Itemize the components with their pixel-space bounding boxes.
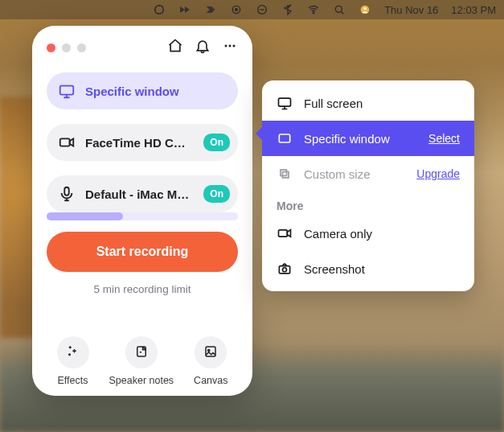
menubar-bluetooth-icon[interactable] [281, 3, 294, 16]
more-icon[interactable] [222, 38, 238, 57]
monitor-icon [277, 95, 293, 111]
option-camera-only-label: Camera only [304, 227, 372, 241]
recorder-panel: Specific window FaceTime HD Ca... On Def… [32, 26, 252, 396]
svg-rect-19 [281, 170, 287, 176]
effects-button[interactable]: Effects [57, 336, 89, 386]
start-recording-label: Start recording [96, 245, 189, 259]
upgrade-link[interactable]: Upgrade [416, 167, 460, 180]
option-specific-window-label: Specific window [304, 132, 390, 146]
window-traffic-lights[interactable] [47, 43, 86, 52]
svg-point-9 [229, 45, 232, 47]
svg-point-8 [225, 45, 227, 47]
canvas-button[interactable]: Canvas [194, 336, 227, 386]
menubar-dnd-icon[interactable] [256, 3, 268, 16]
svg-rect-11 [60, 86, 74, 95]
option-full-screen-label: Full screen [304, 97, 363, 110]
menubar-app2-icon[interactable] [204, 3, 217, 16]
menubar-wifi-icon[interactable] [307, 3, 320, 16]
svg-point-4 [313, 12, 314, 14]
svg-rect-18 [279, 134, 289, 142]
option-specific-window[interactable]: Specific window Select [262, 121, 474, 156]
microphone-icon [58, 185, 76, 203]
camera-icon [58, 134, 76, 151]
microphone-level-meter [47, 212, 238, 220]
window-outline-icon [277, 130, 293, 146]
option-custom-size-label: Custom size [304, 167, 371, 181]
menubar-search-icon[interactable] [333, 3, 346, 16]
macos-menubar: Thu Nov 16 12:03 PM [0, 0, 504, 19]
svg-rect-17 [279, 98, 291, 106]
camera-label: FaceTime HD Ca... [85, 136, 190, 150]
popover-section-more: More [262, 191, 474, 216]
option-screenshot-label: Screenshot [304, 262, 365, 276]
option-camera-only[interactable]: Camera only [262, 216, 474, 251]
menubar-circle-icon[interactable] [230, 3, 243, 16]
option-custom-size[interactable]: Custom size Upgrade [262, 156, 474, 191]
select-window-action[interactable]: Select [428, 132, 460, 145]
option-full-screen[interactable]: Full screen [262, 85, 474, 121]
svg-point-10 [233, 45, 236, 47]
svg-rect-21 [279, 230, 288, 237]
camera-status-badge: On [203, 134, 230, 151]
camera-selector[interactable]: FaceTime HD Ca... On [47, 124, 238, 161]
svg-rect-13 [64, 187, 69, 195]
svg-rect-20 [283, 172, 289, 179]
notes-icon [134, 344, 149, 361]
menubar-app1-icon[interactable] [178, 3, 191, 16]
canvas-icon [203, 344, 218, 361]
bell-icon[interactable] [195, 38, 211, 57]
microphone-selector[interactable]: Default - iMac Mi... On [47, 175, 238, 212]
minimize-window-dot[interactable] [62, 43, 71, 52]
source-popover: Full screen Specific window Select Custo… [262, 80, 474, 291]
camera-only-icon [277, 225, 293, 241]
microphone-label: Default - iMac Mi... [85, 187, 190, 201]
recording-source-selector[interactable]: Specific window [47, 72, 238, 109]
svg-rect-12 [60, 138, 70, 146]
microphone-status-badge: On [203, 185, 230, 203]
menubar-time[interactable]: 12:03 PM [451, 4, 496, 16]
svg-point-7 [363, 7, 366, 10]
screenshot-icon [277, 261, 293, 277]
recording-limit-text: 5 min recording limit [47, 283, 238, 295]
window-icon [58, 82, 76, 100]
svg-point-2 [236, 9, 238, 11]
speaker-notes-button[interactable]: Speaker notes [109, 336, 174, 386]
option-screenshot[interactable]: Screenshot [262, 251, 474, 286]
svg-point-16 [208, 349, 210, 351]
menubar-date[interactable]: Thu Nov 16 [384, 4, 438, 16]
menubar-user-icon[interactable] [359, 3, 371, 16]
svg-point-5 [335, 6, 342, 12]
svg-point-23 [283, 268, 287, 272]
effects-label: Effects [58, 375, 88, 386]
close-window-dot[interactable] [47, 43, 55, 52]
zoom-window-dot[interactable] [77, 43, 86, 52]
menubar-gear-icon[interactable] [153, 3, 166, 16]
svg-rect-15 [206, 347, 215, 356]
crop-icon [277, 166, 293, 182]
speaker-notes-label: Speaker notes [109, 375, 174, 386]
recording-source-label: Specific window [85, 84, 179, 98]
home-icon[interactable] [167, 38, 183, 57]
canvas-label: Canvas [194, 375, 227, 386]
start-recording-button[interactable]: Start recording [47, 232, 238, 272]
sparkle-icon [66, 344, 80, 361]
